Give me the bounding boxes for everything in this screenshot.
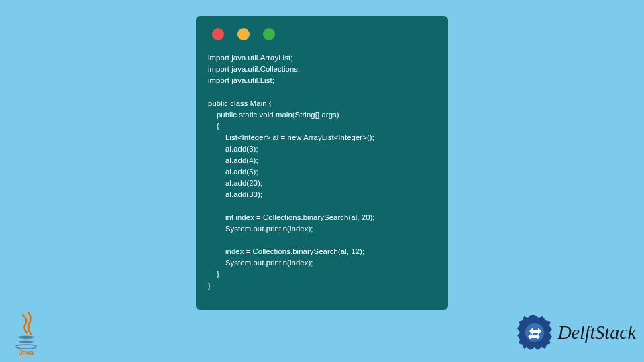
window-controls xyxy=(208,28,436,40)
delftstack-logo: DelftStack xyxy=(515,312,636,353)
delftstack-text: DelftStack xyxy=(557,322,636,343)
close-icon xyxy=(212,28,224,40)
code-window: import java.util.ArrayList; import java.… xyxy=(196,16,448,310)
java-logo: Java xyxy=(9,310,43,357)
code-content: import java.util.ArrayList; import java.… xyxy=(208,52,436,292)
delftstack-gear-icon xyxy=(515,312,555,353)
svg-point-0 xyxy=(16,345,36,349)
maximize-icon xyxy=(263,28,275,40)
minimize-icon xyxy=(237,28,250,40)
svg-text:Java: Java xyxy=(19,349,34,357)
